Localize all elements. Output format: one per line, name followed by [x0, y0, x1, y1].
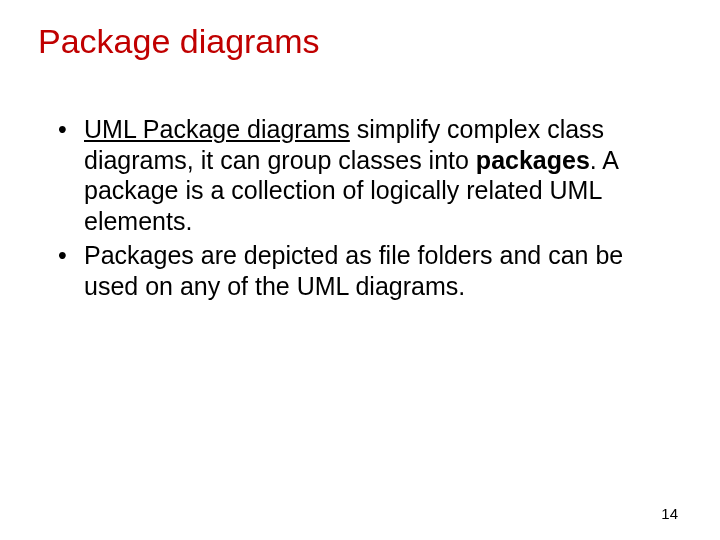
bullet-list: UML Package diagrams simplify complex cl… [58, 114, 660, 301]
slide-title: Package diagrams [38, 22, 320, 61]
slide-body: UML Package diagrams simplify complex cl… [58, 114, 660, 305]
bullet-text: Packages are depicted as file folders an… [84, 241, 623, 300]
slide: Package diagrams UML Package diagrams si… [0, 0, 720, 540]
link-uml-package-diagrams[interactable]: UML Package diagrams [84, 115, 350, 143]
page-number: 14 [661, 505, 678, 522]
bullet-item: UML Package diagrams simplify complex cl… [58, 114, 660, 236]
bullet-item: Packages are depicted as file folders an… [58, 240, 660, 301]
bold-packages: packages [476, 146, 590, 174]
